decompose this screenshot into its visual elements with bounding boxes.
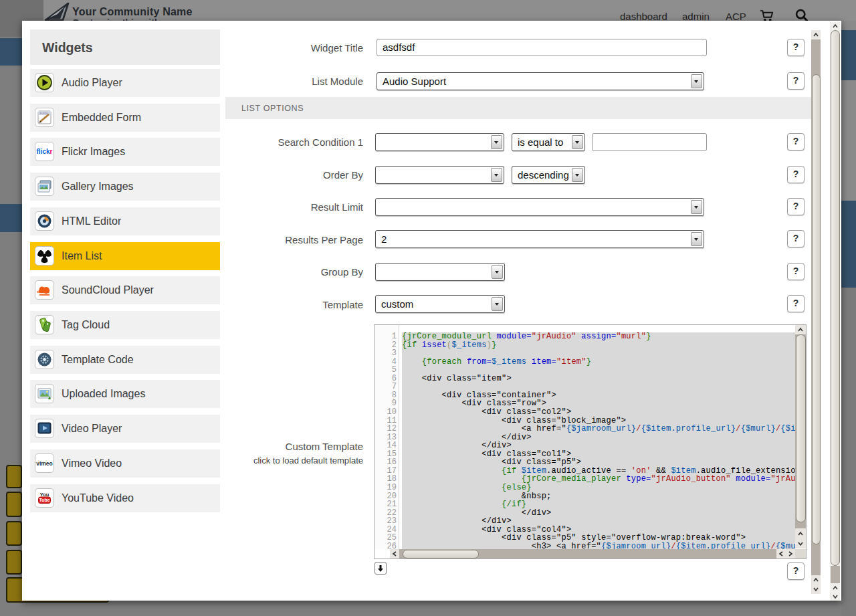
svg-text:You: You bbox=[40, 492, 49, 498]
svg-text:Tube: Tube bbox=[39, 498, 49, 502]
svg-text:FORM: FORM bbox=[40, 112, 48, 115]
